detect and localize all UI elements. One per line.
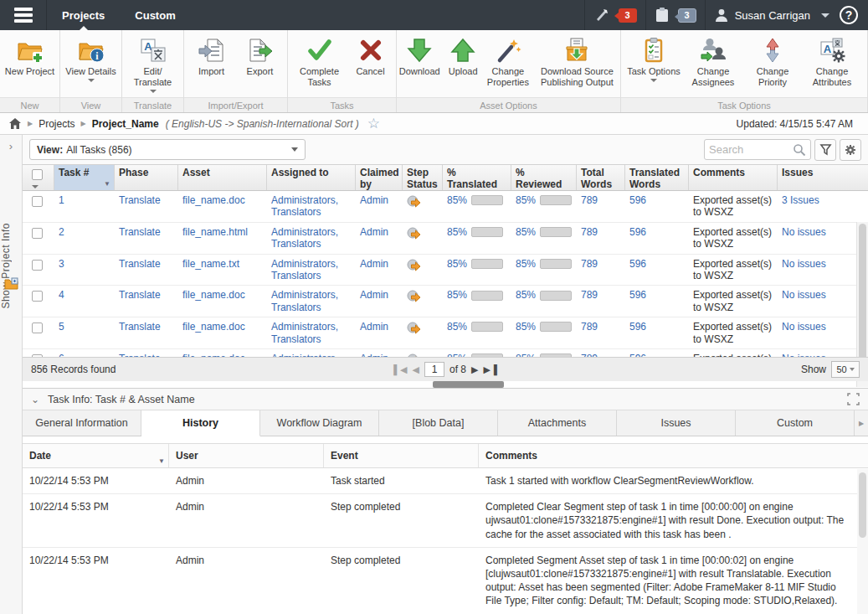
task-number-link[interactable]: 5 xyxy=(59,321,64,333)
settings-button[interactable] xyxy=(840,139,861,161)
edit-translate-button[interactable]: A Edit/ Translate xyxy=(126,35,181,95)
row-checkbox[interactable] xyxy=(32,260,43,271)
column-header-translated-words[interactable]: Translated Words xyxy=(625,165,689,190)
view-select[interactable]: View: All Tasks (856) xyxy=(29,139,306,160)
column-header-issues[interactable]: Issues xyxy=(778,165,855,190)
tabs-overflow-icon[interactable]: ▶ xyxy=(855,410,868,436)
home-icon[interactable] xyxy=(8,117,22,130)
tab-custom[interactable]: Custom xyxy=(736,410,855,436)
assigned-to-link[interactable]: Administrators, Translators xyxy=(271,226,338,250)
claimed-by-link[interactable]: Admin xyxy=(360,194,388,206)
phase-link[interactable]: Translate xyxy=(119,289,161,301)
history-column-comments[interactable]: Comments xyxy=(479,444,868,467)
claimed-by-link[interactable]: Admin xyxy=(360,258,388,270)
claimed-by-link[interactable]: Admin xyxy=(360,226,388,238)
tab-attachments[interactable]: Attachments xyxy=(498,410,617,436)
asset-link[interactable]: file_name.txt xyxy=(182,258,239,270)
page-number-input[interactable] xyxy=(424,362,444,377)
step-status-icon[interactable] xyxy=(407,258,421,271)
translated-words-link[interactable]: 596 xyxy=(629,289,646,301)
task-number-link[interactable]: 4 xyxy=(59,289,64,301)
select-all-header[interactable] xyxy=(23,165,54,190)
phase-link[interactable]: Translate xyxy=(119,194,161,206)
tab-general-information[interactable]: General Information xyxy=(23,410,141,436)
phase-link[interactable]: Translate xyxy=(119,321,161,333)
history-row[interactable]: 10/22/14 5:53 PM Admin Step completed Co… xyxy=(23,548,868,614)
table-row[interactable]: 2 Translate file_name.html Administrator… xyxy=(23,223,868,255)
upload-button[interactable]: Upload xyxy=(444,35,482,79)
column-header-pct-reviewed[interactable]: % Reviewed xyxy=(511,165,577,190)
column-header-asset[interactable]: Asset xyxy=(178,165,267,190)
history-row[interactable]: 10/22/14 5:53 PM Admin Step completed Co… xyxy=(23,494,868,548)
total-words-link[interactable]: 789 xyxy=(581,226,598,238)
first-page-icon[interactable]: ▌◀ xyxy=(393,364,407,375)
asset-link[interactable]: file_name.doc xyxy=(182,194,245,206)
column-header-pct-translated[interactable]: % Translated xyxy=(443,165,511,190)
search-input[interactable] xyxy=(709,143,793,156)
assigned-to-link[interactable]: Administrators, Translators xyxy=(271,194,338,218)
show-project-info-label[interactable]: Show Project Info xyxy=(0,223,23,309)
horizontal-scrollbar-thumb[interactable] xyxy=(433,381,504,388)
claimed-by-link[interactable]: Admin xyxy=(360,289,388,301)
nav-tab-projects[interactable]: Projects xyxy=(47,0,120,30)
change-attributes-button[interactable]: A Change Attributes xyxy=(802,35,862,90)
collapse-panel-chevron-icon[interactable]: ⌄ xyxy=(31,394,39,405)
nav-tab-custom[interactable]: Custom xyxy=(120,0,190,30)
filter-button[interactable] xyxy=(814,139,836,161)
user-menu[interactable]: Susan Carrigan xyxy=(705,0,838,30)
export-button[interactable]: Export xyxy=(237,35,284,79)
issues-link[interactable]: No issues xyxy=(782,226,826,238)
translated-words-link[interactable]: 596 xyxy=(629,194,646,206)
last-page-icon[interactable]: ▶▐ xyxy=(483,364,496,375)
complete-tasks-button[interactable]: Complete Tasks xyxy=(292,35,347,90)
total-words-link[interactable]: 789 xyxy=(581,289,598,301)
asset-link[interactable]: file_name.doc xyxy=(182,289,245,301)
issues-link[interactable]: 3 Issues xyxy=(782,194,819,206)
claimed-by-link[interactable]: Admin xyxy=(360,321,388,333)
column-header-claimed-by[interactable]: Claimed by xyxy=(356,165,403,190)
history-column-event[interactable]: Event xyxy=(324,444,479,467)
step-status-icon[interactable] xyxy=(407,289,421,302)
history-column-user[interactable]: User xyxy=(169,444,324,467)
column-header-phase[interactable]: Phase xyxy=(115,165,178,190)
download-button[interactable]: Download xyxy=(397,35,442,79)
history-vertical-scrollbar[interactable] xyxy=(857,469,868,614)
task-number-link[interactable]: 1 xyxy=(59,194,64,206)
table-row[interactable]: 1 Translate file_name.doc Administrators… xyxy=(23,191,868,223)
tab-workflow-diagram[interactable]: Workflow Diagram xyxy=(260,410,379,436)
search-icon[interactable] xyxy=(793,143,806,157)
change-properties-button[interactable]: Change Properties xyxy=(484,35,532,90)
translated-words-link[interactable]: 596 xyxy=(629,258,646,270)
cancel-button[interactable]: Cancel xyxy=(349,35,393,79)
table-row[interactable]: 5 Translate file_name.doc Administrators… xyxy=(23,317,868,349)
expand-panel-icon[interactable] xyxy=(847,393,860,405)
column-header-assigned-to[interactable]: Assigned to xyxy=(267,165,356,190)
table-row[interactable]: 3 Translate file_name.txt Administrators… xyxy=(23,255,868,286)
task-options-button[interactable]: Task Options xyxy=(626,35,681,84)
total-words-link[interactable]: 789 xyxy=(581,321,598,333)
tasks-notification[interactable]: 3 xyxy=(645,0,705,30)
tab-issues[interactable]: Issues xyxy=(617,410,736,436)
history-row[interactable]: 10/22/14 5:53 PM Admin Task started Task… xyxy=(23,468,868,494)
translated-words-link[interactable]: 596 xyxy=(629,226,646,238)
issues-link[interactable]: No issues xyxy=(782,258,826,270)
total-words-link[interactable]: 789 xyxy=(581,258,598,270)
select-all-checkbox[interactable] xyxy=(32,169,43,180)
page-size-select[interactable]: 50 xyxy=(831,361,860,378)
scrollbar-thumb[interactable] xyxy=(859,472,866,538)
asset-link[interactable]: file_name.doc xyxy=(182,321,245,333)
change-priority-button[interactable]: Change Priority xyxy=(745,35,800,90)
new-project-button[interactable]: New Project xyxy=(3,35,58,79)
assigned-to-link[interactable]: Administrators, Translators xyxy=(271,258,338,281)
next-page-icon[interactable]: ▶ xyxy=(471,364,478,375)
change-assignees-button[interactable]: Change Assignees xyxy=(683,35,743,90)
column-header-task[interactable]: Task #▼ xyxy=(54,165,115,190)
row-checkbox[interactable] xyxy=(32,322,43,333)
row-checkbox[interactable] xyxy=(32,196,43,207)
column-header-total-words[interactable]: Total Words xyxy=(577,165,625,190)
row-checkbox[interactable] xyxy=(32,291,43,302)
hamburger-menu-icon[interactable] xyxy=(0,0,47,30)
assigned-to-link[interactable]: Administrators, Translators xyxy=(271,289,338,312)
step-status-icon[interactable] xyxy=(407,321,421,334)
prev-page-icon[interactable]: ◀ xyxy=(413,364,419,375)
